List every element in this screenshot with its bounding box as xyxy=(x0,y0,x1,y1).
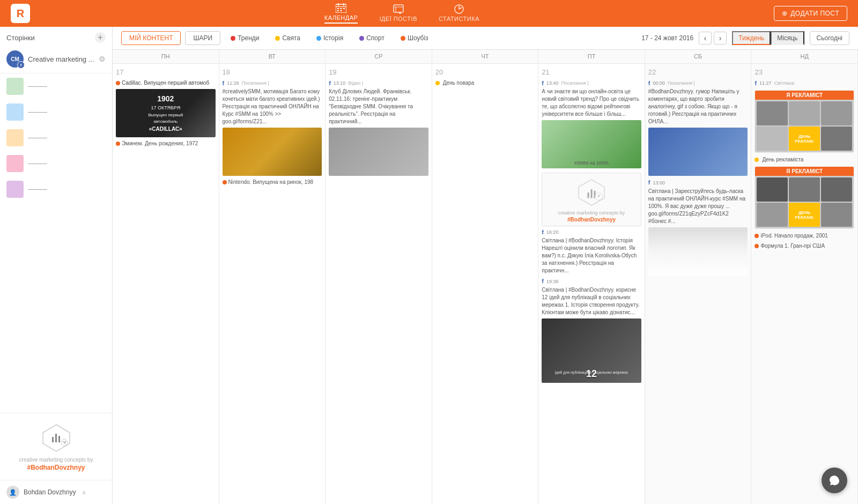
fb-icon: f xyxy=(542,277,544,285)
calendar-day-22: 22 f 00:00 Посилання | #BodhanDovzhnyy. … xyxy=(645,64,752,504)
tag-trends[interactable]: Тренди xyxy=(225,32,265,45)
layers-button[interactable]: ШАРИ xyxy=(185,31,220,45)
list-item[interactable]: ——— xyxy=(0,151,112,176)
cal-event[interactable]: Nintendo. Випущена на ринок, 198 xyxy=(223,179,322,186)
date-range: 17 - 24 жовт 2016 xyxy=(641,34,693,42)
showbiz-dot xyxy=(401,36,405,41)
settings-icon[interactable]: ⚙ xyxy=(99,55,106,63)
month-view-button[interactable]: Місяць xyxy=(771,31,804,45)
fb-icon: f xyxy=(755,79,757,87)
cal-event[interactable]: f 13:40 Посилання | А чи знаєте ви що он… xyxy=(542,79,641,168)
brand-card: creative marketing concepts by #BodhanDo… xyxy=(542,173,641,226)
calendar-grid: ПН ВТ СР ЧТ ПТ СБ НД 17 Cadillac. Випуще… xyxy=(113,50,858,504)
next-week-button[interactable]: › xyxy=(714,32,727,45)
sidebar-current-page: CM f Creative marketing ... ⚙ xyxy=(0,45,112,73)
advert-badge-2: Я РЕКЛАМІСТ xyxy=(755,167,854,176)
event-image: 12 ідей для публікацій в соціальних мере… xyxy=(542,318,641,383)
chevron-icon: ∧ xyxy=(82,490,86,495)
svg-rect-4 xyxy=(337,8,339,9)
svg-rect-5 xyxy=(341,8,342,9)
list-item[interactable]: ——— xyxy=(0,99,112,125)
fb-icon: f xyxy=(648,79,650,87)
cal-event[interactable]: Cadillac. Випущен перший автомоб 1902 17… xyxy=(116,79,216,137)
cal-event[interactable]: День повара xyxy=(435,79,535,87)
cal-event[interactable]: f 16:20 Світлана | #BodhanDovzhnyy. Істо… xyxy=(542,228,641,275)
cal-event[interactable]: f 19:36 Світлана | #BodhanDovzhnyy. кори… xyxy=(542,277,641,382)
tag-history[interactable]: Історія xyxy=(310,32,349,45)
cal-event[interactable]: f 13:10 Відео | Клуб Ділових Людей. Фран… xyxy=(329,79,428,176)
svg-rect-7 xyxy=(337,10,339,11)
svg-rect-16 xyxy=(55,434,57,442)
fb-icon: f xyxy=(542,79,544,87)
yellow-dot-icon xyxy=(755,158,759,162)
history-dot xyxy=(316,36,321,41)
nav-stats[interactable]: СТАТИСТИКА xyxy=(439,4,479,23)
prev-week-button[interactable]: ‹ xyxy=(699,32,712,45)
fb-badge: f xyxy=(17,61,25,69)
list-item[interactable]: ——— xyxy=(0,73,112,99)
day-header-sun: НД xyxy=(751,50,858,64)
nav-ideas[interactable]: ІДЕЇ ПОСТІВ xyxy=(379,4,417,23)
week-view-button[interactable]: Тиждень xyxy=(732,31,771,45)
cal-event[interactable]: Эминем. День рождения, 1972 xyxy=(116,140,216,147)
list-item[interactable]: ——— xyxy=(0,176,112,202)
cal-event[interactable]: f 13:00 Світлана | Зареєструйтесь будь-л… xyxy=(648,179,748,275)
sidebar-brand: creative marketing concepts by #BodhanDo… xyxy=(0,413,112,480)
dot-icon xyxy=(755,234,759,238)
advert-block-1[interactable]: Я РЕКЛАМІСТ ДЕНЬ РЕКЛАМ. xyxy=(755,90,854,153)
tag-showbiz[interactable]: Шоубіз xyxy=(395,32,434,45)
dot-icon xyxy=(223,180,227,184)
my-content-button[interactable]: МІЙ КОНТЕНТ xyxy=(121,31,181,45)
page-name: Creative marketing ... xyxy=(28,55,94,63)
date-nav: ‹ › xyxy=(699,32,727,45)
top-nav-right: ⊕ ДОДАТИ ПОСТ xyxy=(774,6,847,21)
event-image xyxy=(648,128,748,176)
fb-icon: f xyxy=(329,79,331,87)
page-thumb xyxy=(6,78,24,95)
today-button[interactable]: Сьогодні xyxy=(810,31,849,45)
pages-header: МІЙ КОНТЕНТ Сторінки + xyxy=(0,27,112,45)
fb-icon: f xyxy=(542,228,544,236)
page-thumb xyxy=(6,129,24,146)
content-area: МІЙ КОНТЕНТ ШАРИ Тренди Свята Історія Сп… xyxy=(113,27,858,504)
user-name: Bohdan Dovzhnyy xyxy=(24,488,76,496)
brand-logo xyxy=(40,422,72,454)
chat-button[interactable] xyxy=(822,468,847,493)
cal-event[interactable]: f 11:26 Посилання | #creativelySMM, моти… xyxy=(223,79,322,176)
svg-rect-1 xyxy=(336,6,346,7)
nav-calendar[interactable]: КАЛЕНДАР xyxy=(324,3,358,24)
sidebar-pages-list: ——— ——— ——— ——— ——— xyxy=(0,73,112,413)
cal-event-day-reklamist[interactable]: День рекламіста xyxy=(755,156,854,164)
add-post-button[interactable]: ⊕ ДОДАТИ ПОСТ xyxy=(774,6,847,21)
cal-event[interactable]: f 00:00 Посилання | #BodhanDovzhnyy. гум… xyxy=(648,79,748,176)
sidebar: МІЙ КОНТЕНТ Сторінки + CM f Creative mar… xyxy=(0,27,113,504)
calendar-day-19: 19 f 13:10 Відео | Клуб Ділових Людей. Ф… xyxy=(326,64,432,504)
date-number: 23 xyxy=(755,68,854,76)
day-header-fri: ПТ xyxy=(538,50,645,64)
cal-event-formula[interactable]: Формула 1. Гран-прі США xyxy=(755,242,854,250)
sport-dot xyxy=(359,36,364,41)
add-page-button[interactable]: + xyxy=(95,32,106,43)
date-number: 20 xyxy=(435,68,535,76)
app-logo[interactable]: R xyxy=(11,4,30,23)
filter-left: МІЙ КОНТЕНТ ШАРИ Тренди Свята Історія Сп… xyxy=(121,31,434,45)
filter-right: 17 - 24 жовт 2016 ‹ › Тиждень Місяць Сьо… xyxy=(641,31,849,45)
cal-event[interactable]: f 11:27 Світлана xyxy=(755,79,854,87)
tag-holidays[interactable]: Свята xyxy=(269,32,306,45)
calendar-day-20: 20 День повара xyxy=(432,64,539,504)
view-toggle: Тиждень Місяць xyxy=(732,31,804,45)
svg-rect-6 xyxy=(343,8,345,9)
list-item[interactable]: ——— xyxy=(0,125,112,151)
main-layout: МІЙ КОНТЕНТ Сторінки + CM f Creative mar… xyxy=(0,27,858,504)
date-number: 18 xyxy=(223,68,322,76)
cal-event-ipod[interactable]: iPod. Начало продаж, 2001 xyxy=(755,232,854,240)
calendar-day-23: 23 f 11:27 Світлана Я РЕКЛАМІСТ xyxy=(751,64,858,504)
advert-block-2[interactable]: Я РЕКЛАМІСТ ДЕНЬ РЕКЛАМ. xyxy=(755,166,854,229)
calendar-day-21: 21 f 13:40 Посилання | А чи знаєте ви що… xyxy=(538,64,645,504)
calendar-day-17: 17 Cadillac. Випущен перший автомоб 1902… xyxy=(113,64,219,504)
svg-rect-8 xyxy=(341,10,342,11)
tag-sport[interactable]: Спорт xyxy=(353,32,390,45)
sidebar-user[interactable]: 👤 Bohdan Dovzhnyy ∧ xyxy=(0,480,112,504)
svg-rect-9 xyxy=(394,5,403,12)
date-number: 19 xyxy=(329,68,428,76)
